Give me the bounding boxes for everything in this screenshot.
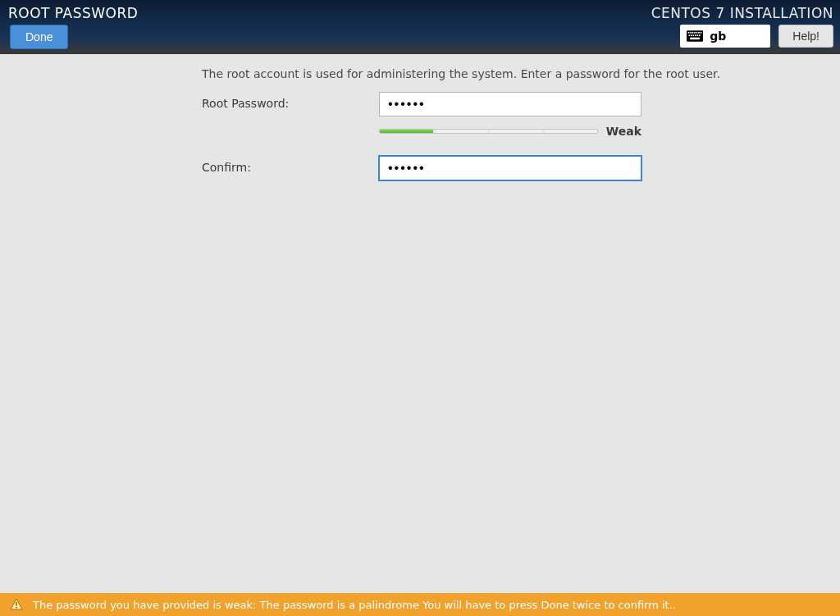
root-password-input[interactable] (379, 92, 641, 116)
svg-rect-8 (689, 34, 691, 36)
strength-seg-2 (434, 130, 488, 133)
top-left: ROOT PASSWORD Done (7, 5, 138, 51)
svg-rect-13 (699, 34, 701, 36)
help-button[interactable]: Help! (778, 25, 833, 48)
keyboard-layout-indicator[interactable]: gb (680, 25, 770, 48)
password-strength-meter (379, 129, 598, 134)
confirm-password-row: Confirm: (20, 156, 820, 180)
top-right-controls: gb Help! (680, 25, 833, 48)
keyboard-icon (687, 30, 703, 42)
svg-rect-10 (693, 34, 695, 36)
svg-rect-12 (697, 34, 699, 36)
confirm-password-input[interactable] (379, 156, 641, 180)
svg-rect-15 (16, 602, 17, 606)
svg-rect-7 (701, 32, 702, 34)
page-title: ROOT PASSWORD (8, 5, 138, 21)
svg-rect-1 (688, 32, 690, 34)
root-password-row: Root Password: Weak (20, 92, 820, 138)
content: The root account is used for administeri… (0, 54, 840, 593)
svg-rect-9 (691, 34, 692, 36)
root-password-field-col: Weak (379, 92, 641, 138)
svg-rect-3 (692, 32, 694, 34)
strength-seg-3 (488, 130, 542, 133)
done-button[interactable]: Done (10, 25, 68, 49)
keyboard-layout-label: gb (710, 30, 726, 43)
confirm-password-label: Confirm: (202, 156, 366, 174)
svg-rect-14 (690, 38, 700, 40)
warning-text: The password you have provided is weak: … (33, 599, 676, 611)
svg-rect-5 (696, 32, 698, 34)
strength-seg-4 (543, 130, 597, 133)
svg-rect-2 (690, 32, 692, 34)
warning-bar: The password you have provided is weak: … (0, 593, 840, 616)
password-strength-label: Weak (606, 125, 641, 138)
top-bar: ROOT PASSWORD Done CENTOS 7 INSTALLATION… (0, 0, 840, 54)
strength-seg-1 (380, 130, 433, 133)
svg-rect-11 (695, 34, 696, 36)
root-password-label: Root Password: (202, 92, 366, 110)
svg-rect-16 (16, 607, 17, 609)
top-right: CENTOS 7 INSTALLATION gb Help! (651, 5, 833, 51)
svg-rect-6 (698, 32, 700, 34)
confirm-field-col (379, 156, 641, 180)
installer-title: CENTOS 7 INSTALLATION (651, 5, 833, 21)
instructions-text: The root account is used for administeri… (202, 67, 820, 80)
svg-rect-4 (694, 32, 696, 34)
password-strength-row: Weak (379, 125, 641, 138)
warning-icon (10, 598, 23, 611)
